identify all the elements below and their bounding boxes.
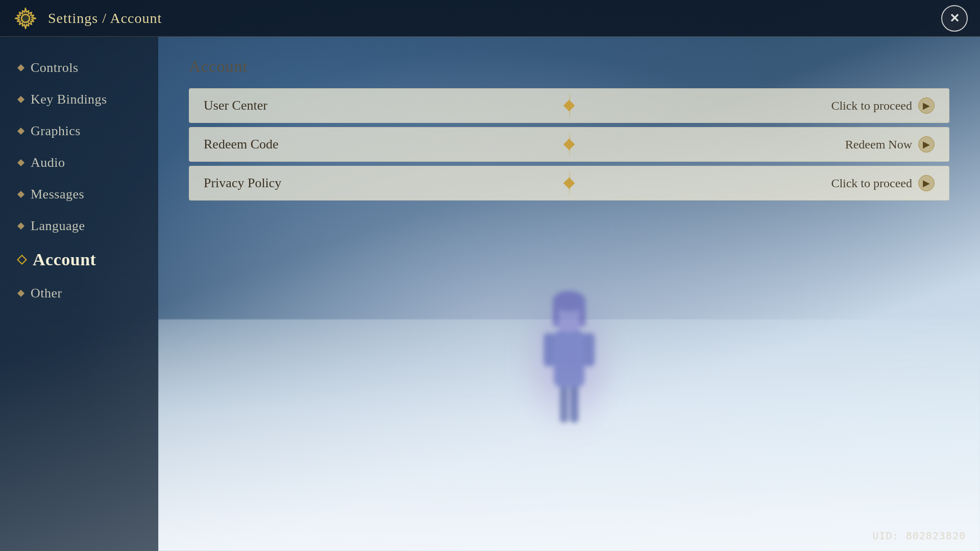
option-action-privacy-policy: Click to proceed▶ — [831, 175, 935, 191]
uid-label: UID: 802823820 — [872, 530, 966, 542]
nav-item-label-controls: Controls — [31, 60, 79, 76]
sidebar-item-key-bindings[interactable]: Key Bindings — [0, 84, 158, 115]
sidebar-item-audio[interactable]: Audio — [0, 147, 158, 179]
diamond-icon — [17, 159, 24, 166]
diamond-icon — [17, 290, 24, 297]
nav-bullet-graphics — [18, 129, 23, 134]
option-action-text-privacy-policy: Click to proceed — [831, 177, 912, 190]
nav-item-label-language: Language — [31, 218, 85, 234]
nav-item-label-graphics: Graphics — [31, 123, 81, 139]
diamond-icon — [17, 96, 24, 103]
svg-point-9 — [21, 14, 30, 22]
option-action-user-center: Click to proceed▶ — [831, 97, 935, 114]
nav-item-label-key-bindings: Key Bindings — [31, 92, 107, 107]
close-button[interactable]: ✕ — [941, 5, 968, 32]
option-action-redeem-code: Redeem Now▶ — [845, 136, 935, 153]
sidebar-item-account[interactable]: Account — [0, 242, 158, 278]
sidebar-item-other[interactable]: Other — [0, 278, 158, 309]
diamond-icon — [17, 64, 24, 71]
arrow-right-icon: ▶ — [918, 97, 935, 114]
option-label-privacy-policy: Privacy Policy — [204, 176, 831, 191]
nav-bullet-key-bindings — [18, 97, 23, 102]
arrow-right-icon: ▶ — [918, 175, 935, 191]
nav-bullet-controls — [18, 65, 23, 70]
option-action-text-user-center: Click to proceed — [831, 99, 912, 113]
nav-item-label-messages: Messages — [31, 187, 84, 202]
option-label-user-center: User Center — [204, 98, 831, 113]
nav-bullet-other — [18, 291, 23, 296]
option-label-redeem-code: Redeem Code — [204, 137, 845, 152]
option-action-text-redeem-code: Redeem Now — [845, 138, 912, 152]
nav-bullet-audio — [18, 160, 23, 165]
sidebar: ControlsKey BindingsGraphicsAudioMessage… — [0, 37, 158, 551]
arrow-right-icon: ▶ — [918, 136, 935, 153]
section-title: Account — [189, 57, 949, 76]
sidebar-item-language[interactable]: Language — [0, 210, 158, 242]
nav-item-label-other: Other — [31, 286, 62, 301]
settings-icon — [12, 5, 39, 32]
option-row-user-center[interactable]: User CenterClick to proceed▶ — [189, 88, 949, 123]
nav-item-label-account: Account — [33, 250, 96, 269]
options-container: User CenterClick to proceed▶Redeem CodeR… — [189, 88, 949, 201]
nav-bullet-messages — [18, 192, 23, 197]
sidebar-item-controls[interactable]: Controls — [0, 52, 158, 84]
nav-item-label-audio: Audio — [31, 155, 65, 170]
diamond-icon — [17, 191, 24, 198]
nav-bullet-language — [18, 223, 23, 229]
diamond-icon — [17, 222, 24, 230]
option-row-redeem-code[interactable]: Redeem CodeRedeem Now▶ — [189, 127, 949, 162]
diamond-icon — [17, 128, 24, 135]
nav-items-container: ControlsKey BindingsGraphicsAudioMessage… — [0, 52, 158, 309]
nav-bullet-account — [18, 256, 26, 263]
sidebar-item-messages[interactable]: Messages — [0, 179, 158, 210]
header: Settings / Account ✕ — [0, 0, 980, 37]
header-title: Settings / Account — [48, 10, 162, 27]
option-row-privacy-policy[interactable]: Privacy PolicyClick to proceed▶ — [189, 166, 949, 201]
sidebar-item-graphics[interactable]: Graphics — [0, 115, 158, 147]
main-content: Account User CenterClick to proceed▶Rede… — [158, 37, 980, 551]
diamond-icon — [17, 255, 27, 265]
